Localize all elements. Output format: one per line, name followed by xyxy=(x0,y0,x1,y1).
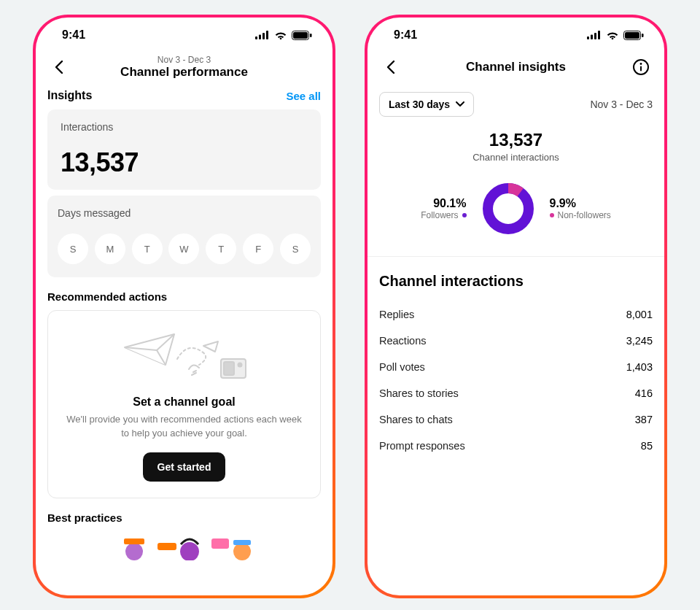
stat-value: 3,245 xyxy=(626,335,653,347)
svg-rect-8 xyxy=(224,362,234,375)
stat-row: Shares to chats 387 xyxy=(379,406,653,433)
day-pill: W xyxy=(168,233,199,264)
date-range-label: Last 30 days xyxy=(389,99,450,110)
phone-right-screen: 9:41 Channel insights Last 30 days xyxy=(368,18,664,595)
see-all-link[interactable]: See all xyxy=(286,90,321,102)
date-range-text: Nov 3 - Dec 3 xyxy=(590,99,653,110)
status-icons xyxy=(255,31,312,40)
nonfollowers-percent: 9.9% xyxy=(550,197,611,210)
svg-rect-16 xyxy=(233,540,251,545)
svg-rect-3 xyxy=(266,31,268,39)
stat-label: Replies xyxy=(379,309,414,320)
svg-point-13 xyxy=(180,542,199,560)
svg-rect-5 xyxy=(293,32,308,39)
svg-point-27 xyxy=(488,188,529,229)
get-started-button[interactable]: Get started xyxy=(143,452,226,482)
header: Channel insights xyxy=(368,53,664,86)
day-pill: T xyxy=(132,233,163,264)
status-time: 9:41 xyxy=(394,28,417,42)
info-icon xyxy=(632,58,650,76)
stat-label: Poll votes xyxy=(379,361,425,373)
chevron-left-icon xyxy=(53,60,65,74)
chevron-down-icon xyxy=(456,101,464,107)
stat-value: 85 xyxy=(641,440,653,452)
channel-interactions-title: Channel interactions xyxy=(379,273,653,290)
recommended-card-body: We'll provide you with recommended actio… xyxy=(64,413,304,441)
donut-chart-icon xyxy=(480,180,537,237)
header-date: Nov 3 - Dec 3 xyxy=(36,55,332,65)
stat-row: Reactions 3,245 xyxy=(379,328,653,354)
paper-plane-illustration xyxy=(64,327,304,387)
stat-value: 387 xyxy=(635,414,653,425)
stat-label: Reactions xyxy=(379,335,426,347)
recommended-card: Set a channel goal We'll provide you wit… xyxy=(47,310,321,498)
svg-rect-12 xyxy=(158,543,176,550)
followers-label: Followers xyxy=(421,210,458,220)
stat-value: 8,001 xyxy=(626,309,653,320)
svg-rect-19 xyxy=(594,33,596,39)
legend-dot-nonfollowers xyxy=(550,213,554,217)
interactions-card[interactable]: Interactions 13,537 xyxy=(47,109,321,190)
day-pill: S xyxy=(280,233,311,264)
total-interactions-label: Channel interactions xyxy=(379,152,653,163)
back-button[interactable] xyxy=(379,55,402,79)
followers-percent: 90.1% xyxy=(421,197,466,210)
svg-rect-1 xyxy=(259,35,261,40)
svg-rect-17 xyxy=(587,36,589,39)
stat-row: Prompt responses 85 xyxy=(379,433,653,459)
status-icons xyxy=(587,31,644,40)
phone-left-screen: 9:41 Nov 3 - Dec 3 Channel performance I… xyxy=(36,18,332,595)
interactions-value: 13,537 xyxy=(61,147,308,178)
svg-rect-20 xyxy=(598,31,600,39)
day-pill: S xyxy=(58,233,88,264)
status-bar: 9:41 xyxy=(36,18,332,53)
svg-rect-11 xyxy=(124,538,144,544)
header-title: Channel performance xyxy=(36,65,332,80)
svg-rect-18 xyxy=(591,35,593,40)
stat-label: Shares to chats xyxy=(379,414,453,425)
header-title: Channel insights xyxy=(402,60,629,74)
chevron-left-icon xyxy=(385,60,397,74)
days-messaged-label: Days messaged xyxy=(58,207,311,219)
svg-point-10 xyxy=(125,543,143,560)
svg-rect-23 xyxy=(642,34,644,37)
day-pill: F xyxy=(243,233,273,264)
svg-rect-14 xyxy=(211,538,229,549)
cellular-icon xyxy=(587,31,602,39)
phone-left: 9:41 Nov 3 - Dec 3 Channel performance I… xyxy=(33,15,335,598)
svg-rect-22 xyxy=(625,32,639,39)
stat-row: Poll votes 1,403 xyxy=(379,354,653,380)
best-practices-title: Best practices xyxy=(47,511,321,524)
svg-point-25 xyxy=(640,63,642,65)
phone-right: 9:41 Channel insights Last 30 days xyxy=(365,15,667,598)
followers-donut-chart: 90.1% Followers 9.9% Non-followers xyxy=(379,180,653,237)
day-pill: T xyxy=(206,233,236,264)
date-range-dropdown[interactable]: Last 30 days xyxy=(379,92,474,117)
status-bar: 9:41 xyxy=(368,18,664,53)
legend-dot-followers xyxy=(462,213,467,217)
insights-label: Insights xyxy=(47,89,92,102)
interactions-label: Interactions xyxy=(61,121,308,133)
stat-value: 416 xyxy=(635,387,653,399)
days-messaged-card[interactable]: Days messaged S M T W T F S xyxy=(47,196,321,277)
svg-rect-6 xyxy=(310,34,312,37)
back-button[interactable] xyxy=(47,55,71,79)
svg-point-9 xyxy=(238,363,241,367)
divider xyxy=(368,256,664,257)
recommended-title: Recommended actions xyxy=(47,290,321,303)
header: Nov 3 - Dec 3 Channel performance xyxy=(36,53,332,86)
stat-label: Prompt responses xyxy=(379,440,465,452)
day-pill: M xyxy=(95,233,125,264)
battery-icon xyxy=(292,31,312,40)
nonfollowers-label: Non-followers xyxy=(558,210,611,220)
info-button[interactable] xyxy=(629,55,653,79)
svg-point-15 xyxy=(233,543,251,560)
wifi-icon xyxy=(606,31,619,40)
stat-value: 1,403 xyxy=(626,361,653,373)
battery-icon xyxy=(623,31,644,40)
stat-row: Replies 8,001 xyxy=(379,301,653,328)
wifi-icon xyxy=(274,31,287,40)
cellular-icon xyxy=(255,31,270,39)
svg-rect-2 xyxy=(262,33,265,39)
svg-rect-26 xyxy=(640,66,642,72)
